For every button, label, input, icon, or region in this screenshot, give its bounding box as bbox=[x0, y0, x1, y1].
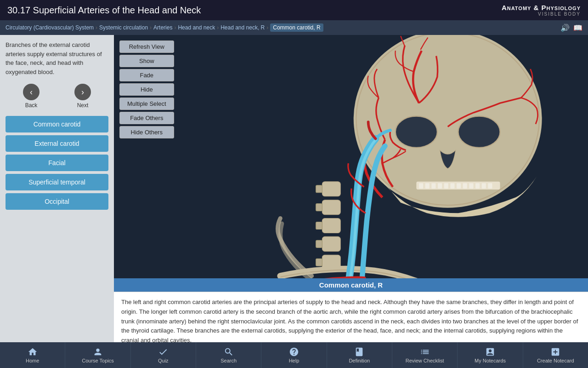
svg-rect-18 bbox=[322, 182, 340, 196]
breadcrumb-arteries[interactable]: Arteries bbox=[153, 24, 172, 31]
help-icon bbox=[289, 347, 299, 357]
breadcrumb: Circulatory (Cardiovascular) System › Sy… bbox=[0, 20, 588, 35]
svg-rect-23 bbox=[316, 185, 322, 193]
brand-name: Anatomy & Physiology bbox=[502, 4, 581, 12]
svg-rect-8 bbox=[444, 183, 448, 188]
description-panel: The left and right common carotid arteri… bbox=[114, 292, 588, 342]
svg-rect-10 bbox=[457, 183, 461, 188]
search-button[interactable]: Search bbox=[196, 342, 261, 368]
svg-rect-5 bbox=[425, 183, 430, 188]
bookmark-icon[interactable]: 📖 bbox=[573, 23, 582, 32]
definition-button[interactable]: Definition bbox=[327, 342, 392, 368]
my-notecards-button[interactable]: My Notecards bbox=[458, 342, 523, 368]
breadcrumb-head-neck-r[interactable]: Head and neck, R bbox=[220, 24, 265, 31]
anatomy-svg bbox=[114, 35, 588, 292]
svg-point-16 bbox=[396, 116, 437, 148]
breadcrumb-circulatory[interactable]: Circulatory (Cardiovascular) System bbox=[6, 24, 94, 31]
create-notecard-label: Create Notecard bbox=[537, 358, 574, 363]
show-button[interactable]: Show bbox=[119, 55, 174, 67]
nav-buttons: ‹ Back › Next bbox=[6, 84, 108, 109]
svg-rect-15 bbox=[488, 183, 492, 188]
breadcrumb-common-carotid[interactable]: Common carotid, R bbox=[270, 23, 323, 32]
multiple-select-button[interactable]: Multiple Select bbox=[119, 98, 174, 110]
breadcrumb-sep-1: › bbox=[96, 24, 97, 31]
definition-label: Definition bbox=[349, 358, 370, 363]
back-button[interactable]: ‹ Back bbox=[23, 84, 40, 109]
search-icon bbox=[224, 347, 234, 357]
breadcrumb-sep-4: › bbox=[217, 24, 219, 31]
3d-view[interactable]: Refresh View Show Fade Hide Multiple Sel… bbox=[114, 35, 588, 292]
back-label: Back bbox=[25, 102, 38, 109]
superficial-temporal-button[interactable]: Superficial temporal bbox=[6, 174, 108, 190]
bottom-navigation: Home Course Topics Quiz Search Help Defi… bbox=[0, 342, 588, 368]
fade-others-button[interactable]: Fade Others bbox=[119, 112, 174, 124]
main-content: Branches of the external carotid arterie… bbox=[0, 35, 588, 342]
view-label: Common carotid, R bbox=[114, 278, 588, 292]
home-button[interactable]: Home bbox=[0, 342, 65, 368]
svg-rect-19 bbox=[322, 200, 340, 215]
breadcrumb-sep-2: › bbox=[150, 24, 152, 31]
page-title: 30.17 Superficial Arteries of the Head a… bbox=[7, 5, 201, 16]
brand-logo: Anatomy & Physiology VISIBLE BODY bbox=[502, 4, 581, 17]
svg-rect-20 bbox=[322, 218, 340, 233]
svg-point-17 bbox=[458, 116, 500, 148]
next-label: Next bbox=[77, 102, 89, 109]
hide-button[interactable]: Hide bbox=[119, 83, 174, 96]
hide-others-button[interactable]: Hide Others bbox=[119, 126, 174, 138]
audio-icon[interactable]: 🔊 bbox=[560, 23, 570, 32]
back-icon: ‹ bbox=[23, 84, 40, 100]
review-checklist-button[interactable]: Review Checklist bbox=[392, 342, 458, 368]
my-notecards-label: My Notecards bbox=[475, 358, 506, 363]
fade-button[interactable]: Fade bbox=[119, 69, 174, 81]
svg-rect-27 bbox=[316, 259, 322, 266]
search-label: Search bbox=[220, 358, 237, 363]
svg-rect-14 bbox=[482, 183, 486, 188]
sidebar: Branches of the external carotid arterie… bbox=[0, 35, 114, 342]
create-notecard-button[interactable]: Create Notecard bbox=[523, 342, 588, 368]
occipital-button[interactable]: Occipital bbox=[6, 193, 108, 210]
svg-rect-11 bbox=[463, 183, 467, 188]
svg-rect-26 bbox=[316, 240, 322, 247]
next-button[interactable]: › Next bbox=[74, 84, 91, 109]
course-topics-label: Course Topics bbox=[82, 358, 114, 363]
breadcrumb-sep-5: › bbox=[266, 24, 268, 31]
refresh-view-button[interactable]: Refresh View bbox=[119, 40, 174, 53]
next-icon: › bbox=[74, 84, 91, 100]
quiz-button[interactable]: Quiz bbox=[131, 342, 196, 368]
svg-rect-13 bbox=[475, 183, 480, 188]
breadcrumb-systemic[interactable]: Systemic circulation bbox=[99, 24, 148, 31]
svg-rect-4 bbox=[419, 183, 423, 188]
book-icon bbox=[354, 347, 364, 357]
svg-rect-7 bbox=[438, 183, 442, 188]
content-area: Refresh View Show Fade Hide Multiple Sel… bbox=[114, 35, 588, 342]
person-icon bbox=[93, 347, 103, 357]
brand-tagline: VISIBLE BODY bbox=[502, 12, 581, 17]
common-carotid-button[interactable]: Common carotid bbox=[6, 116, 108, 132]
svg-rect-21 bbox=[322, 236, 340, 251]
list-icon bbox=[420, 347, 430, 357]
home-label: Home bbox=[26, 358, 39, 363]
help-label: Help bbox=[289, 358, 300, 363]
svg-rect-24 bbox=[316, 204, 322, 211]
sidebar-description: Branches of the external carotid arterie… bbox=[6, 40, 108, 76]
breadcrumb-sep-3: › bbox=[174, 24, 176, 31]
svg-rect-6 bbox=[431, 183, 435, 188]
review-checklist-label: Review Checklist bbox=[406, 358, 444, 363]
quiz-label: Quiz bbox=[158, 358, 169, 363]
svg-rect-12 bbox=[469, 183, 473, 188]
home-icon bbox=[28, 347, 38, 357]
check-icon bbox=[158, 347, 168, 357]
notecard-icon bbox=[485, 347, 495, 357]
facial-button[interactable]: Facial bbox=[6, 155, 108, 171]
external-carotid-button[interactable]: External carotid bbox=[6, 135, 108, 152]
svg-rect-25 bbox=[316, 222, 322, 230]
help-button[interactable]: Help bbox=[261, 342, 327, 368]
breadcrumb-actions: 🔊 📖 bbox=[560, 23, 582, 32]
breadcrumb-head-neck[interactable]: Head and neck bbox=[178, 24, 215, 31]
app-header: 30.17 Superficial Arteries of the Head a… bbox=[0, 0, 588, 20]
svg-rect-9 bbox=[450, 183, 454, 188]
view-controls: Refresh View Show Fade Hide Multiple Sel… bbox=[119, 40, 174, 138]
notecard-plus-icon bbox=[550, 347, 560, 357]
course-topics-button[interactable]: Course Topics bbox=[65, 342, 130, 368]
